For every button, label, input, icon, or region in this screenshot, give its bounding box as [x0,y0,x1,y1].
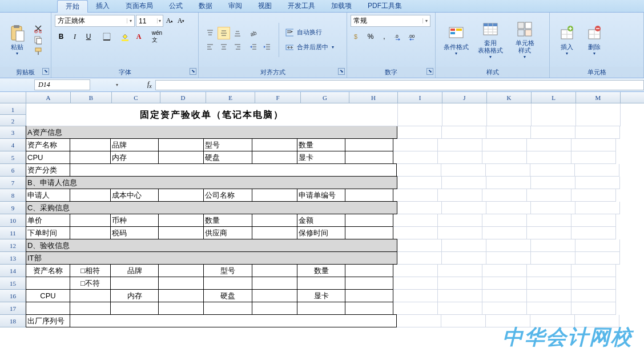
cell-C8[interactable]: 成本中心 [110,189,159,202]
border-button[interactable] [100,30,113,43]
cell-H5[interactable] [345,151,393,164]
cell-A18[interactable]: 出厂序列号 [26,314,70,327]
cell-I7[interactable] [397,177,442,189]
cell-I18[interactable] [397,315,441,327]
cell-K15[interactable] [482,277,527,290]
alignment-dialog-launcher[interactable]: ⬊ [338,68,345,75]
cell-C14[interactable]: 品牌 [110,264,159,277]
cell-H8[interactable] [345,189,393,202]
cell-M10[interactable] [571,214,616,227]
format-painter-icon[interactable] [33,47,42,56]
cell-I3[interactable] [397,126,442,139]
font-name-combo[interactable]: ▾ [55,15,135,27]
tab-formulas[interactable]: 公式 [161,0,191,12]
increase-font-icon[interactable]: A▴ [165,17,174,26]
cell-L14[interactable] [527,265,571,277]
cell-H4[interactable] [345,138,393,151]
cell-E10[interactable]: 数量 [203,214,252,227]
cell-J5[interactable] [438,151,482,164]
name-box[interactable]: D14 [34,79,90,90]
cell-I4[interactable] [393,139,438,151]
cell-J8[interactable] [438,189,482,202]
cell-G5[interactable]: 显卡 [297,151,345,164]
cell-B4[interactable] [70,138,111,151]
cell-L3[interactable] [531,126,575,139]
cell-E4[interactable]: 型号 [203,138,252,151]
cell-C16[interactable]: 内存 [110,289,159,302]
decrease-font-icon[interactable]: A▾ [176,17,186,26]
row-header-3[interactable]: 3 [0,126,26,139]
cell-K10[interactable] [482,214,527,227]
cell-F17[interactable] [252,302,297,315]
cell-A16[interactable]: CPU [26,289,70,302]
cell-A4[interactable]: 资产名称 [26,138,70,151]
cell-G14[interactable]: 数量 [297,264,345,277]
cell-K5[interactable] [482,151,527,164]
cell-A13[interactable]: IT部 [26,251,397,265]
tab-pdf[interactable]: PDF工具集 [360,0,410,12]
cell-M15[interactable] [571,277,616,290]
cell-A6[interactable]: 资产分类 [26,163,70,177]
cell-J16[interactable] [438,290,482,302]
cell-J13[interactable] [442,252,486,265]
row-header-6[interactable]: 6 [0,164,26,177]
cell-I14[interactable] [393,265,438,277]
cell-G10[interactable]: 金额 [297,214,345,227]
tab-data[interactable]: 数据 [191,0,220,12]
cell-H14[interactable] [345,264,393,277]
cell-E15[interactable] [203,277,252,290]
cell-C4[interactable]: 品牌 [110,138,159,151]
align-left-icon[interactable] [204,41,216,53]
copy-icon[interactable] [33,35,42,45]
cell-F16[interactable] [252,289,297,302]
cell-K8[interactable] [482,189,527,202]
cell-L7[interactable] [531,177,575,189]
underline-button[interactable]: U [82,30,95,43]
cell-L12[interactable] [531,239,575,252]
cell-B15[interactable]: □不符 [70,277,111,290]
cell-B11[interactable] [70,226,111,239]
cell-B17[interactable] [70,302,111,315]
cell-D15[interactable] [158,277,204,290]
cell-A11[interactable]: 下单时间 [26,226,70,239]
tab-layout[interactable]: 页面布局 [118,0,161,12]
cell-I13[interactable] [397,252,442,265]
cell-J18[interactable] [441,315,486,327]
cell-D5[interactable] [158,151,204,164]
cell-L17[interactable] [527,302,571,315]
col-header-J[interactable]: J [442,92,487,103]
cell-F15[interactable] [252,277,297,290]
cell-L15[interactable] [527,277,571,290]
tab-view[interactable]: 视图 [250,0,280,12]
cell-A12[interactable]: D、验收信息 [26,239,397,252]
cell[interactable] [576,103,621,126]
row-header-15[interactable]: 15 [0,277,26,290]
cell-A9[interactable]: C、采购信息 [26,201,397,214]
cell-G11[interactable]: 保修时间 [297,226,345,239]
align-middle-icon[interactable] [218,27,230,39]
col-header-H[interactable]: H [349,92,398,103]
cell-M16[interactable] [571,290,616,302]
cell-I8[interactable] [393,189,438,202]
cell-G4[interactable]: 数量 [297,138,345,151]
cell-E17[interactable] [203,302,252,315]
cell-E11[interactable]: 供应商 [203,226,252,239]
tab-home[interactable]: 开始 [57,0,88,13]
font-color-button[interactable]: A [132,30,145,43]
cell-J17[interactable] [438,302,482,315]
cell[interactable] [442,103,487,126]
cell-M7[interactable] [575,177,620,189]
clipboard-dialog-launcher[interactable]: ⬊ [42,68,49,75]
col-header-L[interactable]: L [532,92,576,103]
cell-A5[interactable]: CPU [26,151,70,164]
cell-J4[interactable] [438,139,482,151]
row-header-7[interactable]: 7 [0,177,26,189]
cell-M5[interactable] [571,151,616,164]
cell[interactable] [532,103,576,126]
orientation-button[interactable]: ab [247,27,260,39]
cell-C11[interactable]: 税码 [110,226,159,239]
cell-D4[interactable] [158,138,204,151]
cell-B18[interactable] [70,314,397,327]
tab-review[interactable]: 审阅 [220,0,250,12]
number-format-combo[interactable]: ▾ [351,15,430,27]
